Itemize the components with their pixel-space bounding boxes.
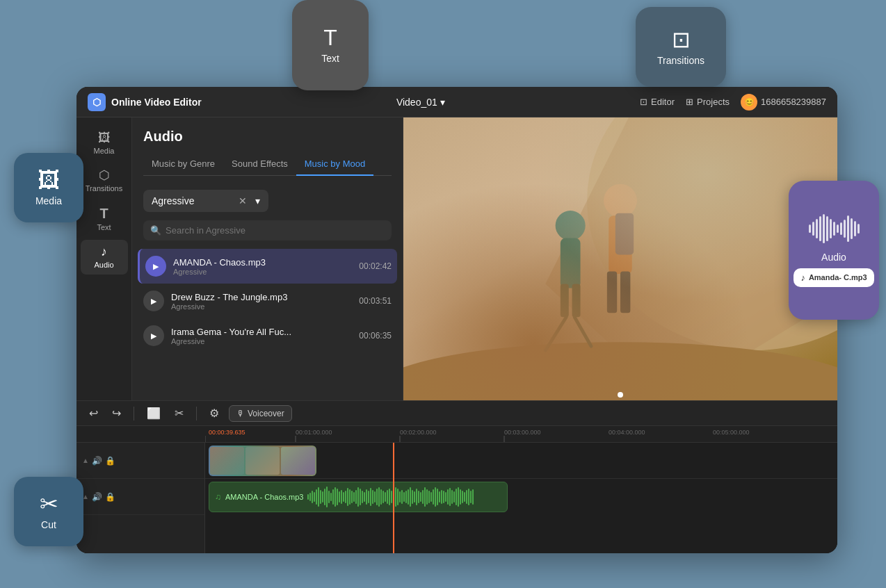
projects-nav[interactable]: ⊞ Projects [686, 97, 730, 107]
waveform-bar [322, 491, 323, 503]
play-track-3-button[interactable]: ▶ [143, 325, 164, 346]
svg-rect-12 [620, 271, 630, 313]
audio-waveform-bars [307, 484, 501, 509]
waveform-bar [447, 489, 449, 505]
editor-body: 🖼 Media ⬡ Transitions T Text ♪ Audio Aud… [76, 117, 837, 400]
svg-line-13 [545, 317, 566, 350]
waveform-bar [387, 490, 388, 504]
float-media-card[interactable]: 🖼 Media [14, 153, 83, 222]
lock-icon[interactable]: 🔒 [105, 456, 115, 466]
waveform-bar [435, 487, 436, 507]
audio-waveform-icon [809, 214, 860, 243]
redo-button[interactable]: ↪ [108, 404, 125, 423]
volume-icon[interactable]: 🔊 [92, 456, 102, 466]
svg-rect-7 [572, 284, 581, 317]
delete-button[interactable]: ✂ [170, 404, 188, 423]
sidebar-transitions-label: Transitions [86, 184, 122, 193]
track-2-info: Drew Buzz - The Jungle.mp3 Agressive [171, 292, 352, 311]
svg-point-4 [556, 211, 586, 240]
waveform-bar [382, 491, 384, 503]
audio-panel: Audio Music by Genre Sound Effects Music… [132, 117, 403, 400]
user-profile[interactable]: 😊 1686658239887 [741, 94, 826, 111]
logo-area: ⬡ Online Video Editor [88, 93, 202, 111]
waveform-bar [443, 491, 444, 503]
tab-effects[interactable]: Sound Effects [223, 153, 296, 175]
waveform-bar [357, 487, 359, 507]
waveform-bar [395, 487, 396, 507]
waveform-bar [328, 491, 330, 503]
waveform-bar [343, 492, 344, 502]
waveform-bar [376, 489, 378, 505]
cut-button[interactable]: ⬜ [143, 404, 165, 423]
text-sidebar-icon: T [99, 206, 108, 220]
audio-volume-icon[interactable]: 🔊 [92, 492, 102, 502]
audio-clip[interactable]: ♫ AMANDA - Chaos.mp3 [209, 482, 508, 512]
waveform-bar [466, 490, 467, 504]
timeline-tracks: ▲ 🔊 🔒 ▲ 🔊 🔒 [76, 443, 837, 553]
svg-point-8 [604, 184, 637, 218]
search-input[interactable] [166, 225, 385, 236]
sidebar-item-transitions[interactable]: ⬡ Transitions [81, 163, 128, 198]
float-transitions-card[interactable]: ⊡ Transitions [636, 7, 726, 87]
track-2-name: Drew Buzz - The Jungle.mp3 [171, 292, 352, 302]
settings-button[interactable]: ⚙ [205, 404, 223, 423]
close-icon[interactable]: ✕ [239, 195, 247, 206]
expand-icon[interactable]: ▲ [82, 457, 89, 464]
video-preview [403, 117, 837, 400]
editor-nav[interactable]: ⊡ Editor [640, 97, 675, 107]
waveform-bar [320, 490, 321, 504]
sidebar-text-label: Text [97, 223, 111, 231]
editor-window: ⬡ Online Video Editor Video_01 ▾ ⊡ Edito… [76, 87, 837, 553]
waveform-bar [399, 491, 401, 503]
video-title[interactable]: Video_01 ▾ [396, 97, 445, 108]
editor-nav-label: Editor [651, 97, 675, 107]
waveform-bar [418, 491, 419, 503]
waveform-bar [403, 492, 405, 502]
audio-sidebar-icon: ♪ [101, 245, 107, 258]
app-title: Online Video Editor [111, 97, 202, 108]
search-bar: 🔍 [143, 220, 392, 240]
float-audio-card[interactable]: Audio ♪ Amanda- C.mp3 [789, 181, 879, 320]
sidebar-item-audio[interactable]: ♪ Audio [81, 240, 128, 275]
undo-button[interactable]: ↩ [85, 404, 102, 423]
track-controls: ▲ 🔊 🔒 ▲ 🔊 🔒 [76, 443, 205, 553]
music-note-icon: ♫ [215, 492, 221, 502]
track-item[interactable]: ▶ AMANDA - Chaos.mp3 Agressive 00:02:42 [138, 249, 397, 284]
float-cut-card[interactable]: ✂ Cut [14, 477, 83, 546]
sidebar-item-text[interactable]: T Text [81, 201, 128, 237]
float-text-card[interactable]: T Text [292, 0, 369, 90]
waveform-bar [422, 490, 424, 504]
text-card-icon: T [323, 26, 337, 49]
audio-lock-icon[interactable]: 🔒 [105, 492, 115, 502]
chevron-down-icon: ▾ [255, 195, 260, 206]
tab-genre[interactable]: Music by Genre [143, 153, 223, 175]
waveform-bar [437, 489, 438, 505]
waveform-bar [318, 487, 319, 507]
track-item[interactable]: ▶ Irama Gema - You're All Fuc... Agressi… [138, 318, 397, 353]
svg-rect-5 [561, 238, 581, 288]
track-3-duration: 00:06:35 [359, 331, 392, 341]
track-item[interactable]: ▶ Drew Buzz - The Jungle.mp3 Agressive 0… [138, 284, 397, 318]
sidebar-item-media[interactable]: 🖼 Media [81, 126, 128, 161]
waveform-bar [307, 494, 309, 500]
track-1-duration: 00:02:42 [359, 261, 392, 271]
editor-screen-icon: ⊡ [640, 97, 647, 107]
svg-rect-0 [403, 117, 837, 400]
waveform-bar [309, 493, 311, 501]
waveform-bar [324, 489, 325, 505]
waveform-bar [445, 492, 446, 502]
voiceover-button[interactable]: 🎙 Voiceover [229, 405, 292, 422]
waveform-bar [337, 489, 338, 505]
play-track-1-button[interactable]: ▶ [145, 256, 166, 277]
mood-dropdown[interactable]: Agressive ✕ ▾ [143, 190, 268, 212]
track-1-genre: Agressive [173, 268, 352, 276]
play-track-2-button[interactable]: ▶ [143, 291, 164, 311]
video-clip[interactable] [209, 446, 316, 476]
waveform-bar [414, 491, 415, 503]
waveform-bar [468, 489, 469, 505]
tab-mood[interactable]: Music by Mood [296, 153, 373, 176]
waveform-bar [456, 489, 457, 505]
top-bar: ⬡ Online Video Editor Video_01 ▾ ⊡ Edito… [76, 87, 837, 117]
panel-title: Audio [143, 129, 392, 145]
timeline-toolbar: ↩ ↪ ⬜ ✂ ⚙ 🎙 Voiceover [76, 401, 837, 426]
